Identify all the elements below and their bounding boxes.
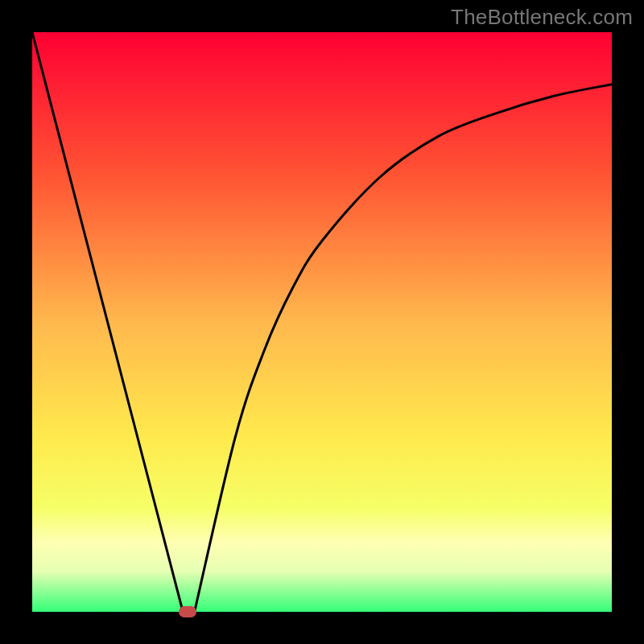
minimum-marker [179,606,196,617]
curve-svg [32,32,612,612]
curve-right [195,85,612,612]
curve-left [32,32,183,612]
chart-frame: TheBottleneck.com [0,0,644,644]
watermark-text: TheBottleneck.com [451,5,633,30]
plot-area [32,32,612,612]
